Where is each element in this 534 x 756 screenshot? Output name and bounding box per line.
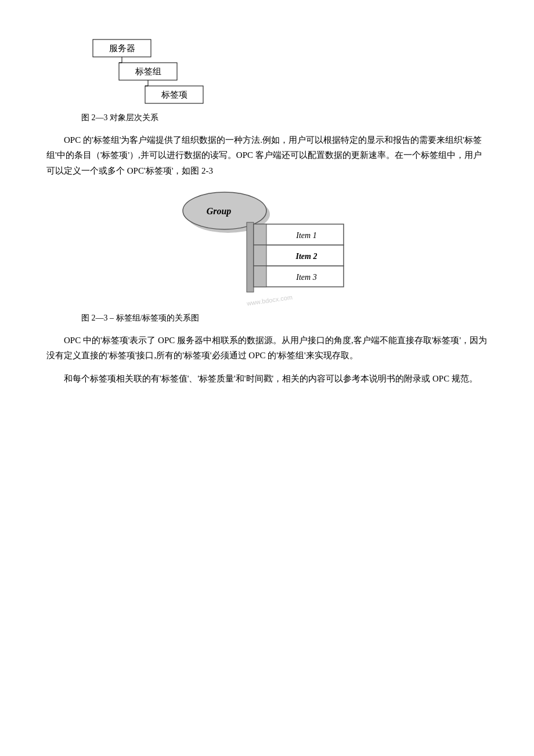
figure2-caption: 图 2—3 – 标签组/标签项的关系图 — [81, 313, 488, 323]
figure1-caption: 图 2—3 对象层次关系 — [81, 113, 488, 123]
watermark: www.bdocx.com — [246, 293, 293, 307]
figure1-container: 服务器 标签组 标签项 — [81, 35, 255, 107]
level1-label: 服务器 — [109, 44, 135, 53]
paragraph3: 和每个标签项相关联的有'标签值'、'标签质量'和'时间戳'，相关的内容可以参考本… — [46, 371, 488, 386]
level3-label: 标签项 — [161, 90, 187, 99]
item1-label: Item 1 — [295, 231, 316, 240]
level2-label: 标签组 — [135, 67, 161, 76]
group-label: Group — [207, 206, 232, 217]
item2-label: Item 2 — [295, 252, 317, 261]
hierarchy-svg: 服务器 标签组 标签项 — [81, 35, 255, 105]
paragraph1: OPC 的'标签组'为客户端提供了组织数据的一种方法.例如，用户可以根据特定的显… — [46, 132, 488, 178]
svg-rect-15 — [254, 266, 266, 287]
group-item-svg: Group Item 1 Item 2 Item 3 www.bdocx. — [177, 186, 357, 308]
figure2-wrapper: Group Item 1 Item 2 Item 3 www.bdocx. — [46, 186, 488, 308]
svg-rect-11 — [254, 224, 266, 245]
svg-rect-9 — [247, 222, 254, 292]
item3-label: Item 3 — [295, 273, 316, 282]
paragraph2: OPC 中的'标签项'表示了 OPC 服务器中相联系的数据源。从用户接口的角度,… — [46, 333, 488, 363]
svg-rect-13 — [254, 245, 266, 266]
page-content: 服务器 标签组 标签项 图 2—3 对象层次关系 OPC 的'标签组'为客户端提… — [46, 23, 488, 387]
figure2-diagram: Group Item 1 Item 2 Item 3 www.bdocx. — [177, 186, 357, 308]
